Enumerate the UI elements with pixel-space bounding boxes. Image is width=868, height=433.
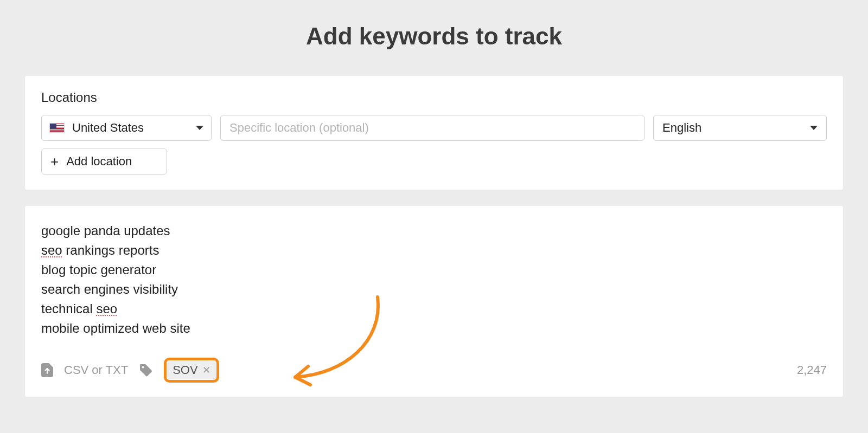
- keywords-footer: CSV or TXT SOV ✕ 2,247: [41, 358, 827, 383]
- plus-icon: +: [50, 154, 59, 169]
- language-select-value: English: [662, 121, 701, 135]
- close-icon[interactable]: ✕: [202, 364, 210, 376]
- locations-row: United States English: [41, 115, 827, 141]
- tag-icon[interactable]: [139, 363, 153, 377]
- keyword-line: technical seo: [41, 299, 827, 319]
- tag-chip[interactable]: SOV ✕: [167, 361, 215, 379]
- keyword-line: seo rankings reports: [41, 241, 827, 260]
- country-select[interactable]: United States: [41, 115, 212, 141]
- keywords-card: google panda updatesseo rankings reports…: [25, 206, 843, 397]
- specific-location-input[interactable]: [229, 121, 635, 135]
- chevron-down-icon: [810, 126, 818, 130]
- country-select-value: United States: [72, 121, 144, 135]
- keyword-line: mobile optimized web site: [41, 319, 827, 338]
- locations-label: Locations: [41, 90, 827, 105]
- character-count: 2,247: [797, 363, 827, 377]
- upload-file-label[interactable]: CSV or TXT: [64, 363, 128, 377]
- keywords-textarea[interactable]: google panda updatesseo rankings reports…: [41, 221, 827, 338]
- add-location-label: Add location: [66, 154, 132, 169]
- locations-card: Locations United States English + Add lo…: [25, 76, 843, 190]
- svg-point-0: [142, 366, 144, 369]
- add-location-button[interactable]: + Add location: [41, 148, 167, 175]
- keyword-line: search engines visibility: [41, 280, 827, 299]
- us-flag-icon: [49, 123, 65, 133]
- page-title: Add keywords to track: [0, 0, 868, 76]
- upload-file-icon[interactable]: [41, 363, 53, 377]
- keyword-line: google panda updates: [41, 221, 827, 241]
- chevron-down-icon: [196, 126, 203, 130]
- tag-chip-highlight: SOV ✕: [164, 358, 219, 383]
- language-select[interactable]: English: [653, 115, 827, 141]
- keyword-line: blog topic generator: [41, 260, 827, 280]
- tag-chip-label: SOV: [173, 363, 197, 377]
- specific-location-field[interactable]: [220, 115, 644, 141]
